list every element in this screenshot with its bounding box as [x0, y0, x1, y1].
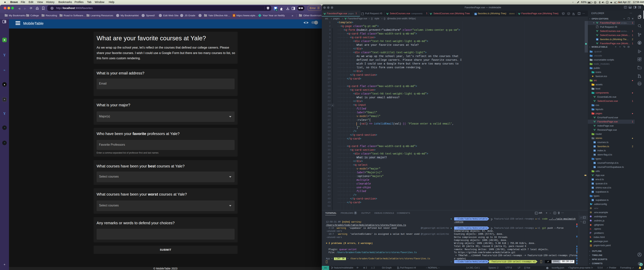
svg-text:TS: TS: [594, 150, 595, 152]
svg-text:TS: TS: [592, 191, 594, 193]
svg-text:TS: TS: [594, 146, 595, 147]
svg-text:TS: TS: [594, 154, 595, 156]
svg-text:TS: TS: [474, 13, 476, 15]
svg-text:TS: TS: [592, 183, 594, 185]
svg-text:TS: TS: [592, 187, 594, 189]
svg-text:TS: TS: [592, 199, 594, 201]
svg-text:TS: TS: [594, 142, 595, 143]
svg-text:TS: TS: [594, 162, 595, 164]
svg-text:TS: TS: [592, 179, 594, 180]
svg-text:TS: TS: [596, 39, 598, 40]
svg-text:TS: TS: [594, 166, 595, 168]
